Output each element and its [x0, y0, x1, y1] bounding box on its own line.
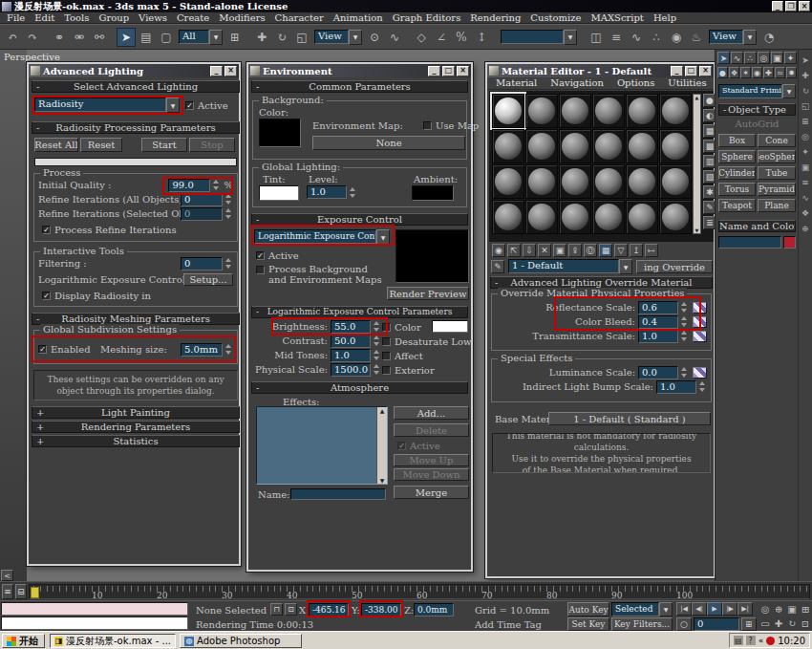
me-menu-navigation[interactable]: Navigation — [545, 77, 609, 89]
minimize-button[interactable]: _ — [671, 66, 683, 76]
chevron-down-icon[interactable]: ▼ — [659, 602, 673, 617]
material-sample-slot[interactable] — [592, 129, 625, 163]
next-frame-button[interactable]: |▶ — [722, 602, 737, 616]
render-type-dropdown[interactable]: View▼ — [709, 30, 757, 45]
object-type-cylinder[interactable]: Cylinder — [718, 166, 756, 180]
chevron-down-icon[interactable]: ▼ — [743, 30, 757, 45]
category-systems[interactable]: ✹ — [786, 67, 797, 78]
collapse-tray-icon[interactable]: « — [759, 636, 764, 645]
previous-frame-button[interactable]: ◀| — [692, 602, 707, 616]
material-sample-slot[interactable] — [659, 129, 692, 163]
material-sample-slot[interactable] — [559, 164, 591, 199]
material-type-button[interactable]: ing Override — [636, 260, 713, 273]
object-type-torus[interactable]: Torus — [718, 183, 756, 196]
open-curve-editor-icon[interactable]: ∿ — [627, 28, 646, 47]
enabled-checkbox[interactable] — [38, 345, 47, 354]
transmittance-scale-spinner[interactable] — [679, 330, 689, 343]
arc-rotate-icon[interactable]: ↻ — [785, 617, 799, 631]
restore-button[interactable]: ❐ — [785, 1, 797, 11]
docked-tool-icon[interactable]: ▣ — [800, 161, 812, 173]
object-class-value[interactable]: Standard Primitiv — [718, 84, 782, 98]
material-sample-slot[interactable] — [492, 129, 524, 163]
docked-tool-icon[interactable]: ◎ — [800, 130, 812, 142]
category-space-warps[interactable]: ≈ — [775, 67, 785, 78]
menu-edit[interactable]: Edit — [30, 12, 59, 23]
close-button[interactable]: × — [224, 66, 237, 76]
refine-iterations-selected-field[interactable]: 0 — [181, 207, 223, 221]
bind-to-space-warp-icon[interactable]: ⚯ — [90, 28, 109, 47]
display-radiosity-checkbox[interactable]: Display Radiosity in — [42, 291, 151, 301]
maximize-button[interactable]: □ — [685, 66, 697, 76]
select-and-move-icon[interactable]: ✚ — [252, 28, 271, 47]
mid-tones-spinner[interactable] — [372, 349, 381, 362]
material-sample-slot[interactable] — [659, 200, 692, 234]
named-selection-sets-dropdown[interactable]: ▼ — [501, 30, 577, 45]
go-forward-to-sibling-icon[interactable]: ↦ — [645, 244, 658, 257]
key-mode-value[interactable]: Selected — [611, 602, 659, 617]
set-key-button[interactable]: Set Key — [567, 617, 609, 631]
docked-tool-icon[interactable]: ✦ — [800, 145, 812, 158]
lighting-plugin-value[interactable]: Radiosity — [34, 97, 166, 112]
menu-views[interactable]: Views — [134, 12, 172, 23]
render-preview-button[interactable]: Render Preview — [387, 287, 469, 300]
tab-display[interactable]: ▣ — [771, 52, 783, 64]
viewport-label[interactable]: Perspective — [4, 52, 60, 62]
rollout-light-painting[interactable]: +Light Painting — [32, 406, 240, 419]
rollout-statistics[interactable]: +Statistics — [32, 435, 240, 447]
align-icon[interactable]: ≡ — [607, 28, 626, 47]
indirect-light-bump-scale-spinner[interactable] — [697, 380, 707, 394]
close-button[interactable]: × — [699, 66, 712, 76]
show-end-result-icon[interactable]: ▽ — [614, 244, 628, 257]
viewport-scroll-left-button[interactable]: < — [1, 570, 13, 581]
tab-hierarchy[interactable]: ∴ — [744, 52, 757, 64]
select-by-name-icon[interactable]: ▤ — [137, 28, 156, 47]
exposure-active-checkbox[interactable]: Active — [256, 250, 299, 261]
menu-create[interactable]: Create — [172, 12, 214, 23]
material-sample-slot[interactable] — [659, 94, 692, 128]
object-type-cone[interactable]: Cone — [758, 134, 796, 147]
menu-tools[interactable]: Tools — [59, 12, 94, 23]
effects-list[interactable]: ▲▼ — [256, 406, 388, 485]
category-shapes[interactable]: ❖ — [729, 67, 739, 78]
menu-maxscript[interactable]: MAXScript — [586, 12, 648, 23]
lighting-plugin-dropdown[interactable]: Radiosity ▼ — [34, 97, 180, 113]
close-button[interactable]: × — [799, 1, 810, 11]
zoom-icon[interactable]: ◎ — [759, 602, 772, 617]
object-color-swatch[interactable] — [783, 236, 796, 249]
process-refine-iterations-checkbox[interactable]: Process Refine Iterations — [42, 225, 177, 235]
zoom-all-icon[interactable]: ⊕ — [772, 602, 785, 617]
get-material-icon[interactable]: ◉ — [492, 244, 505, 257]
snap-toggle-icon[interactable]: ◇ — [412, 28, 431, 47]
setup-button[interactable]: Setup... — [183, 273, 233, 286]
maxscript-mini-listener-white[interactable] — [1, 617, 188, 630]
pick-material-from-object-icon[interactable]: ✎ — [491, 260, 504, 273]
reflectance-scale-spinner[interactable] — [679, 301, 689, 314]
close-button[interactable]: × — [457, 66, 469, 76]
environment-map-button[interactable]: None — [312, 136, 465, 150]
material-sample-slot[interactable] — [626, 200, 658, 234]
material-sample-slot[interactable] — [626, 94, 658, 128]
docked-tool-icon[interactable]: ↻ — [800, 84, 812, 97]
material-name-value[interactable]: 1 - Default — [508, 259, 619, 273]
docked-tool-icon[interactable]: ✚ — [800, 69, 812, 81]
material-sample-slot[interactable] — [592, 164, 625, 199]
luminance-scale-map-button[interactable] — [693, 367, 707, 379]
selection-filter-dropdown-value[interactable]: All — [179, 30, 209, 44]
mirror-icon[interactable]: ◫ — [587, 28, 606, 47]
go-to-start-button[interactable]: |◀ — [676, 602, 692, 616]
reset-button[interactable]: Reset — [80, 138, 122, 152]
input-method-icon[interactable]: ▤ — [734, 636, 743, 645]
undo-icon[interactable]: ↶ — [3, 28, 22, 47]
material-sample-slot[interactable] — [492, 200, 524, 234]
object-name-field[interactable] — [718, 236, 781, 249]
start-button[interactable]: Start — [141, 138, 187, 152]
minimize-button[interactable]: _ — [210, 66, 223, 76]
color-correction-swatch[interactable] — [432, 320, 468, 333]
scroll-down-icon[interactable]: ▼ — [380, 477, 385, 484]
select-and-scale-icon[interactable]: ◱ — [292, 28, 311, 47]
rollout-common-parameters[interactable]: -Common Parameters — [251, 80, 468, 93]
play-button[interactable]: ▶ — [707, 602, 722, 616]
docked-tool-icon[interactable]: ⊕ — [800, 222, 812, 234]
rollout-lec-parameters[interactable]: -Logarithmic Exposure Control Parameters — [251, 306, 468, 318]
chevron-down-icon[interactable]: ▼ — [564, 30, 577, 45]
